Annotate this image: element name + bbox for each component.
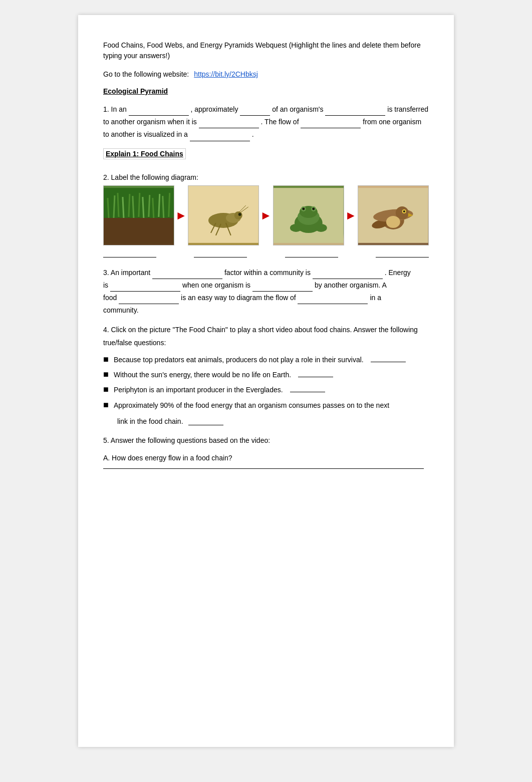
bullet-item-2: ■ Without the sun's energy, there would …	[103, 369, 429, 380]
svg-line-10	[149, 195, 150, 217]
q3-line2-mid: when one organism is	[182, 281, 250, 289]
blank-4c	[290, 384, 325, 392]
q3-line2-start: is	[103, 281, 108, 289]
question-3: 3. An important factor within a communit…	[103, 267, 429, 317]
blank-3e	[119, 296, 179, 304]
svg-point-33	[290, 224, 302, 232]
svg-line-6	[129, 194, 130, 217]
diagram-labels-row	[103, 249, 429, 257]
svg-point-19	[238, 213, 241, 216]
bullet-text-2: Without the sun's energy, there would be…	[114, 369, 291, 380]
svg-point-31	[302, 207, 305, 210]
question-2-label: 2. Label the following diagram:	[103, 173, 429, 181]
page: Food Chains, Food Webs, and Energy Pyram…	[78, 15, 454, 747]
bullet-char-3: ■	[103, 384, 109, 395]
bullet-char-2: ■	[103, 369, 109, 380]
q1-part2: of an organism's	[272, 105, 323, 113]
q3-line3-start: food	[103, 294, 117, 302]
page-title: Food Chains, Food Webs, and Energy Pyram…	[103, 40, 429, 61]
label-blank-1	[103, 249, 156, 257]
website-label: Go to the following website:	[103, 70, 189, 78]
blank-4b	[298, 369, 333, 377]
svg-line-11	[153, 198, 154, 218]
label-blank-3	[285, 249, 338, 257]
diagram-image-hawk	[358, 185, 429, 245]
q1-part1: , approximately	[190, 105, 238, 113]
q3-line2-end: by another organism. A	[315, 281, 387, 289]
q3-line1-start: 3. An important	[103, 269, 150, 277]
blank-1b	[240, 108, 270, 116]
svg-line-4	[118, 193, 119, 217]
svg-line-3	[114, 195, 115, 218]
bullet-text-3: Periphyton is an important producer in t…	[114, 384, 283, 395]
blank-1f	[190, 133, 250, 141]
bullet-char-4: ■	[103, 400, 109, 411]
svg-line-8	[139, 193, 140, 217]
website-line: Go to the following website: https://bit…	[103, 70, 429, 78]
q3-line3-end: in a	[370, 294, 381, 302]
svg-line-9	[143, 197, 144, 218]
bullet-continuation-4: link in the food chain.	[117, 416, 183, 427]
diagram-section: 2. Label the following diagram:	[103, 173, 429, 257]
answer-line-a	[103, 468, 424, 469]
blank-3a	[152, 271, 222, 279]
arrow-1: ►	[175, 208, 187, 222]
svg-point-43	[386, 216, 400, 228]
q4-bullet-list: ■ Because top predators eat animals, pro…	[103, 354, 429, 427]
blank-4d	[188, 417, 223, 425]
diagram-image-frog	[273, 185, 344, 245]
bullet-text-4: Approximately 90% of the food energy tha…	[114, 400, 389, 411]
q1-end: .	[252, 130, 254, 138]
blank-1e	[301, 120, 361, 128]
arrow-3: ►	[345, 208, 357, 222]
blank-3b	[313, 271, 383, 279]
bullet-text-1: Because top predators eat animals, produ…	[114, 354, 364, 365]
blank-3c	[110, 284, 180, 292]
question-1: 1. In an , approximately of an organism'…	[103, 103, 429, 141]
diagram-image-grass	[103, 185, 174, 245]
ecological-heading: Ecological Pyramid	[103, 87, 429, 95]
question-4: 4. Click on the picture "The Food Chain"…	[103, 324, 429, 427]
svg-line-7	[133, 196, 134, 218]
blank-3d	[252, 284, 313, 292]
bullet-char-1: ■	[103, 354, 109, 365]
diagram-container: ► ►	[103, 185, 429, 245]
bullet-item-3: ■ Periphyton is an important producer in…	[103, 384, 429, 395]
arrow-2: ►	[260, 208, 272, 222]
svg-point-32	[312, 207, 315, 210]
svg-point-42	[403, 210, 405, 212]
svg-line-13	[163, 196, 164, 218]
blank-4a	[371, 354, 406, 362]
svg-line-5	[123, 197, 124, 218]
blank-1d	[199, 120, 259, 128]
blank-1a	[129, 108, 189, 116]
q3-line1-mid: factor within a community is	[224, 269, 311, 277]
label-blank-2	[194, 249, 247, 257]
svg-line-2	[108, 198, 109, 218]
website-link[interactable]: https://bit.ly/2CHbksj	[194, 70, 258, 78]
q3-line3-mid: is an easy way to diagram the flow of	[181, 294, 296, 302]
q4-intro: 4. Click on the picture "The Food Chain"…	[103, 324, 429, 349]
bullet-item-1: ■ Because top predators eat animals, pro…	[103, 354, 429, 365]
q3-line1-end: . Energy	[385, 269, 411, 277]
blank-1c	[325, 108, 385, 116]
q1-text: 1. In an	[103, 105, 127, 113]
q5-intro: 5. Answer the following questions based …	[103, 434, 429, 447]
svg-rect-1	[104, 218, 174, 243]
question-5: 5. Answer the following questions based …	[103, 434, 429, 469]
q5-sub-a: A. How does energy flow in a food chain?	[103, 452, 429, 464]
svg-line-14	[169, 193, 170, 217]
label-blank-4	[376, 249, 429, 257]
bullet-item-4: ■ Approximately 90% of the food energy t…	[103, 400, 429, 427]
q3-line4: community.	[103, 306, 139, 314]
svg-point-34	[315, 224, 327, 232]
diagram-image-grasshopper	[188, 185, 259, 245]
q1-part4: . The flow of	[261, 118, 299, 126]
explain1-heading: Explain 1: Food Chains	[103, 148, 186, 159]
svg-line-12	[159, 194, 160, 217]
blank-3f	[298, 296, 368, 304]
